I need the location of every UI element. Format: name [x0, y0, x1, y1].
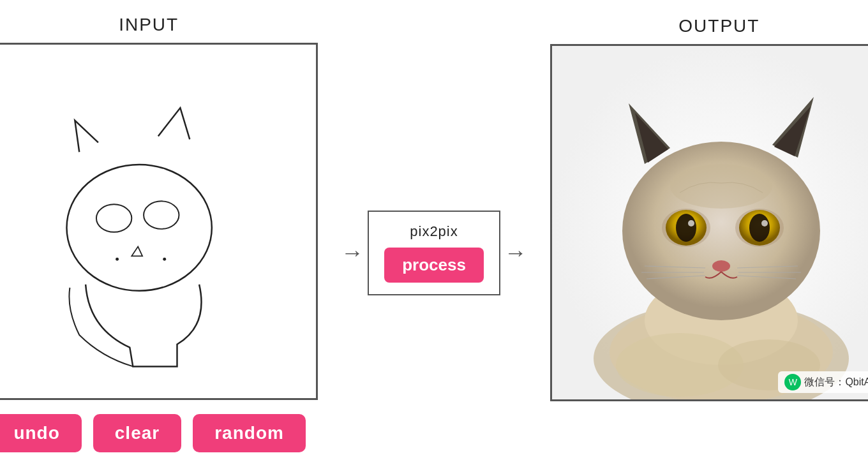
output-canvas: W 微信号：QbitAI	[550, 44, 868, 401]
svg-point-2	[144, 201, 179, 229]
wechat-icon: W	[784, 374, 801, 390]
svg-point-1	[96, 204, 131, 232]
output-title: OUTPUT	[678, 16, 760, 36]
watermark: W 微信号：QbitAI	[778, 371, 868, 393]
svg-point-19	[688, 220, 694, 226]
clear-button[interactable]: clear	[93, 414, 181, 452]
process-container: → pix2pix process →	[318, 211, 550, 295]
main-container: INPUT	[0, 2, 868, 465]
input-canvas[interactable]	[0, 43, 318, 400]
svg-point-23	[712, 260, 730, 272]
input-title: INPUT	[119, 15, 179, 35]
watermark-text: 微信号：QbitAI	[804, 376, 868, 389]
svg-point-22	[761, 220, 768, 226]
svg-point-3	[116, 258, 119, 261]
cat-sketch-svg	[0, 45, 316, 398]
right-arrow: →	[504, 239, 527, 266]
random-button[interactable]: random	[193, 414, 306, 452]
svg-point-18	[676, 214, 696, 242]
svg-point-14	[670, 164, 772, 209]
svg-point-21	[749, 214, 770, 242]
output-panel: OUTPUT	[550, 16, 868, 451]
cat-output-svg	[552, 46, 868, 401]
process-box: pix2pix process	[368, 211, 500, 295]
input-buttons-row: undo clear random	[0, 414, 306, 452]
input-panel: INPUT	[0, 15, 318, 452]
svg-point-0	[67, 165, 212, 291]
undo-button[interactable]: undo	[0, 414, 82, 452]
svg-point-4	[163, 258, 166, 261]
left-arrow: →	[341, 239, 364, 266]
process-label: pix2pix	[410, 223, 458, 240]
process-button[interactable]: process	[384, 248, 484, 283]
